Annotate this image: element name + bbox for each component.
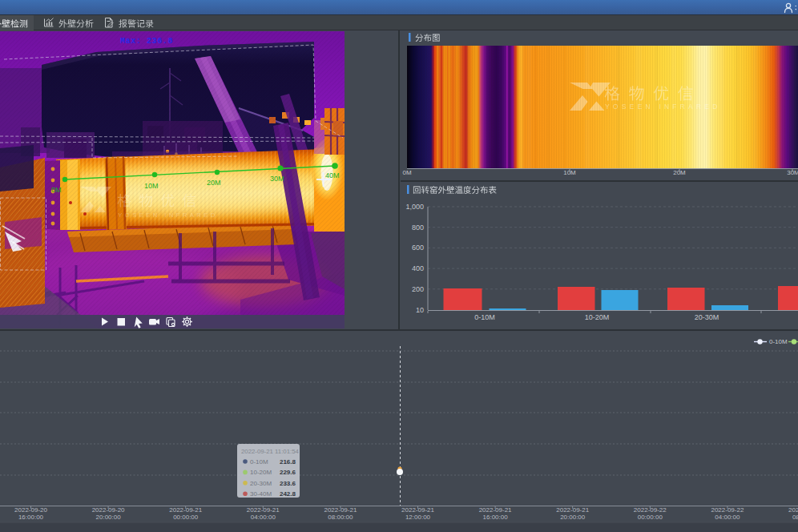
svg-text:2022-09-2020:00:00: 2022-09-2020:00:00	[92, 506, 125, 521]
svg-text:10M: 10M	[563, 169, 576, 176]
svg-text:2022-09-2016:00:00: 2022-09-2016:00:00	[14, 506, 47, 521]
svg-text:2022-09-2204:00:00: 2022-09-2204:00:00	[711, 506, 744, 521]
svg-text:1,000: 1,000	[405, 203, 424, 211]
svg-text:10M: 10M	[144, 182, 159, 190]
svg-text:2022-09-2120:00:00: 2022-09-2120:00:00	[556, 506, 589, 521]
svg-text:20-30M: 20-30M	[695, 313, 719, 321]
svg-text:600: 600	[412, 244, 424, 252]
svg-text:20-30M: 20-30M	[250, 480, 272, 487]
svg-text:800: 800	[412, 224, 424, 232]
svg-text:0-10M: 0-10M	[474, 313, 495, 321]
svg-text:10: 10	[416, 306, 424, 314]
svg-text:YOSEEN INFRARED: YOSEEN INFRARED	[118, 212, 217, 219]
svg-text:0-10M: 0-10M	[769, 338, 788, 345]
svg-text:30M: 30M	[787, 169, 798, 176]
svg-text:2022-09-2104:00:00: 2022-09-2104:00:00	[247, 506, 280, 521]
svg-text:30M: 30M	[270, 175, 284, 183]
svg-text:2022-09-2208:00:00: 2022-09-2208:00:00	[788, 506, 798, 521]
svg-text:20M: 20M	[673, 169, 686, 176]
svg-text:242.8: 242.8	[280, 490, 296, 498]
svg-text:233.6: 233.6	[280, 480, 296, 487]
svg-text:0M: 0M	[402, 169, 411, 176]
svg-text:2022-09-2112:00:00: 2022-09-2112:00:00	[401, 506, 434, 521]
svg-text:2022-09-21 11:01:54: 2022-09-21 11:01:54	[241, 448, 299, 455]
svg-text:2022-09-2100:00:00: 2022-09-2100:00:00	[169, 506, 202, 521]
svg-text:Max: 236.8: Max: 236.8	[120, 37, 173, 46]
svg-text:10-20M: 10-20M	[585, 313, 610, 321]
svg-text:40M: 40M	[325, 171, 340, 179]
svg-text:30-40M: 30-40M	[250, 490, 272, 498]
svg-text:2022-09-2116:00:00: 2022-09-2116:00:00	[479, 506, 512, 521]
svg-text:200: 200	[412, 285, 424, 293]
svg-text:216.8: 216.8	[280, 458, 296, 466]
svg-text:0M: 0M	[51, 186, 62, 194]
svg-text:2022-09-2200:00:00: 2022-09-2200:00:00	[634, 506, 667, 521]
svg-text:229.6: 229.6	[280, 469, 296, 476]
svg-text:10-20M: 10-20M	[250, 469, 272, 476]
svg-text:2022-09-2108:00:00: 2022-09-2108:00:00	[324, 506, 357, 521]
svg-text:20M: 20M	[207, 179, 221, 187]
svg-text:400: 400	[412, 264, 424, 272]
svg-text:0-10M: 0-10M	[250, 458, 268, 466]
